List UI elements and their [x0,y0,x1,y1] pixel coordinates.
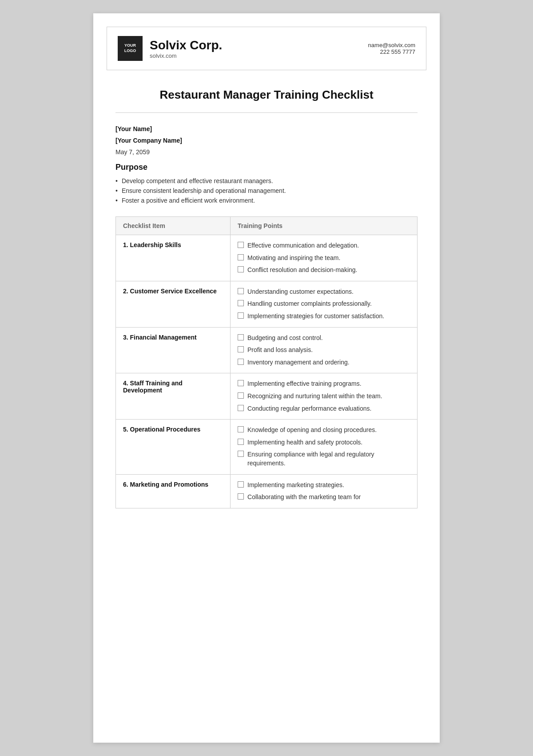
table-row: 4. Staff Training and DevelopmentImpleme… [116,373,418,420]
purpose-item-3: Foster a positive and efficient work env… [115,197,418,204]
col2-header: Training Points [231,217,418,235]
training-points-2: Understanding customer expectations.Hand… [231,281,418,327]
checkbox-icon[interactable] [238,266,244,272]
company-info: Solvix Corp. solvix.com [150,38,222,59]
table-row: 1. Leadership SkillsEffective communicat… [116,235,418,281]
training-points-5: Knowledge of opening and closing procedu… [231,420,418,474]
purpose-item-2: Ensure consistent leadership and operati… [115,187,418,194]
training-point-4-3: Conducting regular performance evaluatio… [238,404,410,413]
checkbox-icon[interactable] [238,359,244,365]
logo-line1: YOUR [124,43,136,48]
checklist-item-3: 3. Financial Management [116,327,231,373]
checkbox-icon[interactable] [238,405,244,411]
training-point-2-3: Implementing strategies for customer sat… [238,312,410,321]
training-points-4: Implementing effective training programs… [231,373,418,420]
document-date: May 7, 2059 [115,148,418,156]
training-point-text: Handling customer complaints professiona… [247,300,372,308]
checkbox-icon[interactable] [238,451,244,457]
company-phone: 222 555 7777 [368,48,415,55]
training-point-5-1: Knowledge of opening and closing procedu… [238,426,410,435]
checkbox-icon[interactable] [238,380,244,386]
header: YOUR LOGO Solvix Corp. solvix.com name@s… [107,27,426,70]
table-header-row: Checklist Item Training Points [116,217,418,235]
training-point-text: Motivating and inspiring the team. [247,254,340,263]
checkbox-icon[interactable] [238,392,244,399]
training-point-3-2: Profit and loss analysis. [238,346,410,355]
training-point-text: Conducting regular performance evaluatio… [247,404,371,413]
checkbox-icon[interactable] [238,426,244,432]
table-row: 5. Operational ProceduresKnowledge of op… [116,420,418,474]
company-name: Solvix Corp. [150,38,222,52]
checklist-table: Checklist Item Training Points 1. Leader… [115,216,418,508]
checkbox-icon[interactable] [238,439,244,445]
training-point-2-1: Understanding customer expectations. [238,288,410,296]
company-website: solvix.com [150,52,222,59]
training-point-text: Ensuring compliance with legal and regul… [247,450,410,468]
training-point-text: Implementing health and safety protocols… [247,438,362,447]
checkbox-icon[interactable] [238,288,244,294]
training-point-text: Implementing effective training programs… [247,380,362,388]
company-name-field: [Your Company Name] [115,137,418,144]
checklist-item-4: 4. Staff Training and Development [116,373,231,420]
training-point-text: Conflict resolution and decision-making. [247,266,357,275]
col1-header: Checklist Item [116,217,231,235]
checkbox-icon[interactable] [238,481,244,488]
checklist-item-5: 5. Operational Procedures [116,420,231,474]
training-point-1-3: Conflict resolution and decision-making. [238,266,410,275]
document-title: Restaurant Manager Training Checklist [115,88,418,102]
training-point-3-1: Budgeting and cost control. [238,334,410,343]
main-content: Restaurant Manager Training Checklist [Y… [93,70,440,526]
training-point-4-1: Implementing effective training programs… [238,380,410,388]
checkbox-icon[interactable] [238,300,244,306]
header-contact: name@solvix.com 222 555 7777 [368,42,415,55]
purpose-heading: Purpose [115,163,418,172]
header-left: YOUR LOGO Solvix Corp. solvix.com [118,36,222,61]
training-point-text: Recognizing and nurturing talent within … [247,392,382,401]
training-point-text: Collaborating with the marketing team fo… [247,493,361,502]
table-row: 2. Customer Service ExcellenceUnderstand… [116,281,418,327]
checkbox-icon[interactable] [238,312,244,319]
checkbox-icon[interactable] [238,254,244,260]
training-point-text: Profit and loss analysis. [247,346,313,355]
training-point-text: Implementing marketing strategies. [247,481,344,490]
training-point-text: Budgeting and cost control. [247,334,323,343]
checklist-item-6: 6. Marketing and Promotions [116,474,231,508]
table-row: 3. Financial ManagementBudgeting and cos… [116,327,418,373]
training-points-3: Budgeting and cost control.Profit and lo… [231,327,418,373]
table-row: 6. Marketing and PromotionsImplementing … [116,474,418,508]
checkbox-icon[interactable] [238,346,244,352]
training-point-6-2: Collaborating with the marketing team fo… [238,493,410,502]
logo: YOUR LOGO [118,36,143,61]
logo-line2: LOGO [124,48,136,54]
training-points-6: Implementing marketing strategies.Collab… [231,474,418,508]
purpose-item-1: Develop competent and effective restaura… [115,177,418,184]
training-point-5-3: Ensuring compliance with legal and regul… [238,450,410,468]
checklist-item-2: 2. Customer Service Excellence [116,281,231,327]
checkbox-icon[interactable] [238,493,244,500]
training-point-4-2: Recognizing and nurturing talent within … [238,392,410,401]
purpose-list: Develop competent and effective restaura… [115,177,418,204]
training-point-text: Implementing strategies for customer sat… [247,312,384,321]
company-email: name@solvix.com [368,42,415,48]
checkbox-icon[interactable] [238,334,244,340]
document-page: YOUR LOGO Solvix Corp. solvix.com name@s… [93,13,440,743]
training-point-text: Understanding customer expectations. [247,288,354,296]
training-point-5-2: Implementing health and safety protocols… [238,438,410,447]
checkbox-icon[interactable] [238,242,244,248]
training-point-text: Effective communication and delegation. [247,241,359,250]
training-point-2-2: Handling customer complaints professiona… [238,300,410,308]
training-point-3-3: Inventory management and ordering. [238,358,410,367]
training-point-text: Knowledge of opening and closing procedu… [247,426,377,435]
title-divider [115,112,418,113]
your-name-field: [Your Name] [115,125,418,132]
training-point-1-2: Motivating and inspiring the team. [238,254,410,263]
training-point-1-1: Effective communication and delegation. [238,241,410,250]
training-point-text: Inventory management and ordering. [247,358,350,367]
training-point-6-1: Implementing marketing strategies. [238,481,410,490]
training-points-1: Effective communication and delegation.M… [231,235,418,281]
checklist-item-1: 1. Leadership Skills [116,235,231,281]
